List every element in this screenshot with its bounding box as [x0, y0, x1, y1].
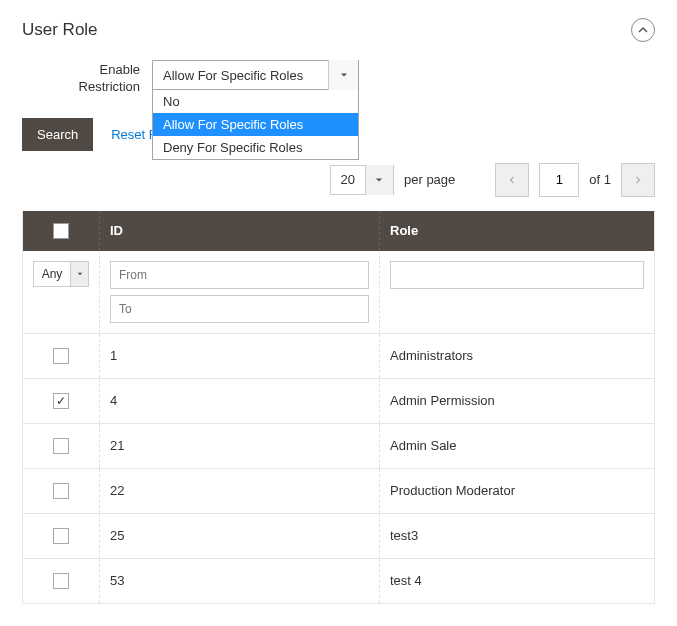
page-number-input[interactable]	[539, 163, 579, 197]
chevron-down-icon	[70, 262, 88, 286]
cell-id: 22	[99, 469, 379, 513]
per-page-value: 20	[331, 172, 365, 187]
collapse-toggle[interactable]	[631, 18, 655, 42]
row-checkbox[interactable]	[53, 483, 69, 499]
row-checkbox[interactable]	[53, 528, 69, 544]
table-row[interactable]: 25test3	[23, 514, 654, 559]
row-checkbox[interactable]	[53, 438, 69, 454]
filter-any-select[interactable]: Any	[33, 261, 90, 287]
restriction-option-allow[interactable]: Allow For Specific Roles	[153, 113, 358, 136]
row-checkbox[interactable]	[53, 348, 69, 364]
cell-id: 4	[99, 379, 379, 423]
header-checkbox-cell	[23, 211, 99, 251]
chevron-right-icon	[634, 175, 642, 185]
restriction-option-deny[interactable]: Deny For Specific Roles	[153, 136, 358, 159]
enable-restriction-selected: Allow For Specific Roles	[153, 68, 328, 83]
cell-role: Administrators	[379, 334, 654, 378]
enable-restriction-select[interactable]: Allow For Specific Roles	[152, 60, 359, 90]
table-row[interactable]: 4Admin Permission	[23, 379, 654, 424]
cell-role: test 4	[379, 559, 654, 603]
table-row[interactable]: 1Administrators	[23, 334, 654, 379]
dropdown-arrow-icon	[328, 60, 358, 90]
page-total-label: of 1	[589, 172, 611, 187]
enable-restriction-label: EnableRestriction	[22, 60, 152, 96]
filter-role-input[interactable]	[390, 261, 644, 289]
header-id[interactable]: ID	[99, 211, 379, 251]
cell-id: 1	[99, 334, 379, 378]
header-role[interactable]: Role	[379, 211, 654, 251]
cell-id: 53	[99, 559, 379, 603]
section-title: User Role	[22, 20, 98, 40]
chevron-left-icon	[508, 175, 516, 185]
next-page-button[interactable]	[621, 163, 655, 197]
cell-role: Admin Permission	[379, 379, 654, 423]
row-checkbox[interactable]	[53, 573, 69, 589]
row-checkbox[interactable]	[53, 393, 69, 409]
roles-grid: ID Role Any 1Administrators4Admin Permis…	[22, 211, 655, 604]
filter-any-label: Any	[34, 262, 71, 286]
restriction-option-no[interactable]: No	[153, 90, 358, 113]
filter-id-to-input[interactable]	[110, 295, 369, 323]
enable-restriction-dropdown: No Allow For Specific Roles Deny For Spe…	[152, 90, 359, 160]
cell-id: 25	[99, 514, 379, 558]
table-row[interactable]: 22Production Moderator	[23, 469, 654, 514]
cell-id: 21	[99, 424, 379, 468]
chevron-up-icon	[638, 25, 648, 35]
table-row[interactable]: 53test 4	[23, 559, 654, 603]
search-button[interactable]: Search	[22, 118, 93, 151]
cell-role: Admin Sale	[379, 424, 654, 468]
cell-role: test3	[379, 514, 654, 558]
prev-page-button[interactable]	[495, 163, 529, 197]
chevron-down-icon	[365, 165, 393, 195]
filter-id-from-input[interactable]	[110, 261, 369, 289]
select-all-checkbox[interactable]	[53, 223, 69, 239]
per-page-label: per page	[404, 172, 455, 187]
table-row[interactable]: 21Admin Sale	[23, 424, 654, 469]
per-page-select[interactable]: 20	[330, 165, 394, 195]
cell-role: Production Moderator	[379, 469, 654, 513]
